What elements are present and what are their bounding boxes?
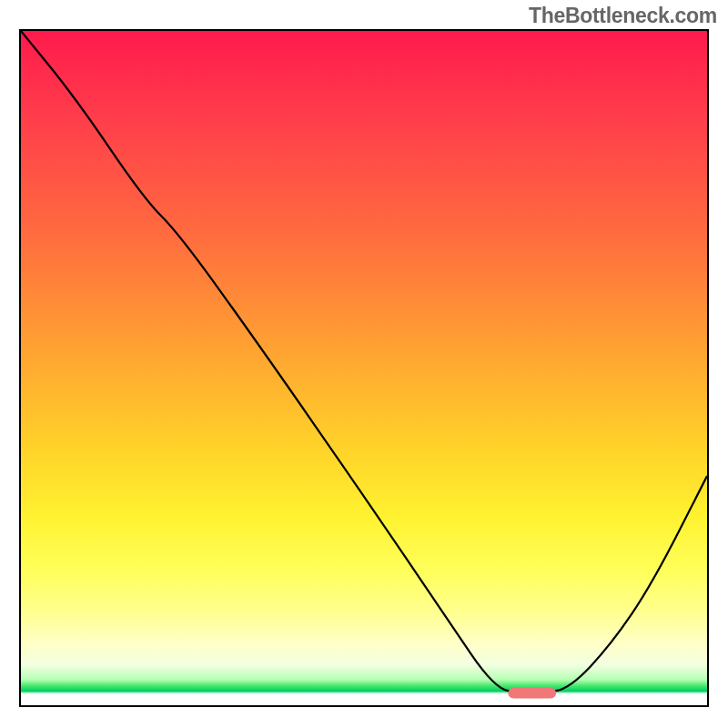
chart-overlay	[21, 31, 707, 705]
marker-highlight	[508, 688, 556, 699]
watermark-text: TheBottleneck.com	[529, 4, 717, 28]
bottleneck-curve	[21, 31, 707, 693]
plot-area	[19, 29, 709, 707]
chart-container: TheBottleneck.com	[0, 0, 728, 728]
